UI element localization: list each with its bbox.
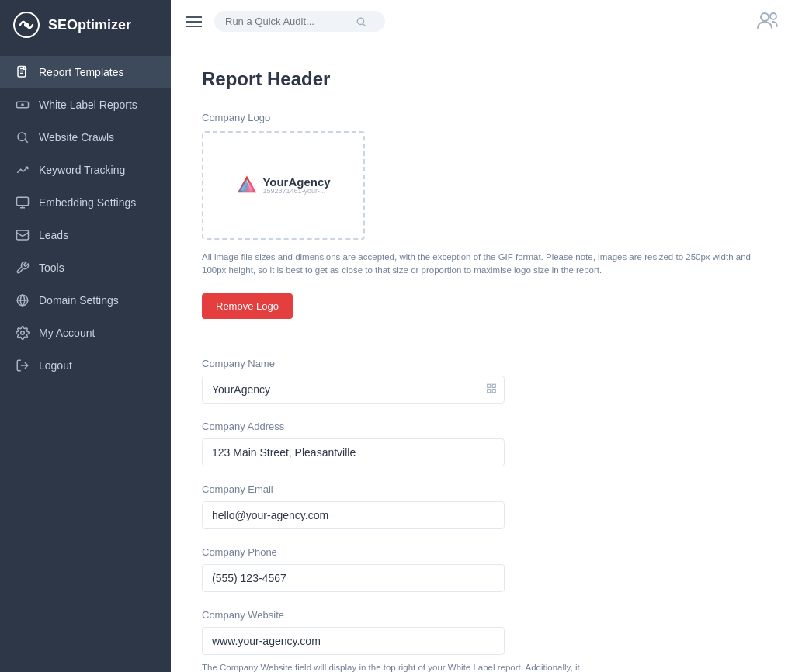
app-logo-icon xyxy=(12,11,40,39)
sidebar-item-domain-settings[interactable]: Domain Settings xyxy=(0,284,171,317)
tag-icon xyxy=(16,98,30,112)
svg-rect-6 xyxy=(17,230,29,240)
sidebar-item-report-templates[interactable]: Report Templates xyxy=(0,56,171,88)
chart-icon xyxy=(16,163,30,177)
main-content: Report Header Company Logo xyxy=(171,43,795,672)
logout-icon xyxy=(16,359,30,372)
user-group-icon xyxy=(756,9,779,31)
logo-preview: YourAgency 1592371461-your-... xyxy=(236,175,330,196)
company-address-section: Company Address xyxy=(202,421,764,466)
svg-point-11 xyxy=(761,13,769,21)
input-icon xyxy=(486,383,497,396)
search-icon xyxy=(356,16,366,27)
sidebar-item-website-crawls[interactable]: Website Crawls xyxy=(0,121,171,154)
hamburger-button[interactable] xyxy=(183,13,205,30)
sidebar-item-keyword-tracking[interactable]: Keyword Tracking xyxy=(0,154,171,186)
topbar-right xyxy=(753,6,783,37)
svg-point-8 xyxy=(21,331,25,335)
company-phone-label: Company Phone xyxy=(202,546,764,558)
company-phone-input[interactable] xyxy=(202,564,505,592)
tool-icon xyxy=(16,261,30,275)
company-address-label: Company Address xyxy=(202,421,764,432)
globe-icon xyxy=(16,293,30,307)
svg-point-1 xyxy=(24,23,29,27)
agency-logo-name: YourAgency 1592371461-your-... xyxy=(262,176,330,195)
settings-icon xyxy=(16,326,30,340)
svg-rect-5 xyxy=(17,197,29,206)
website-note: The Company Website field will display i… xyxy=(202,661,590,673)
company-website-input[interactable] xyxy=(202,627,505,655)
svg-rect-17 xyxy=(488,384,491,387)
remove-logo-button[interactable]: Remove Logo xyxy=(202,293,293,319)
hamburger-line xyxy=(186,16,202,18)
search-circle-icon xyxy=(16,130,30,144)
sidebar-item-my-account[interactable]: My Account xyxy=(0,317,171,349)
company-name-input-wrapper xyxy=(202,376,505,404)
svg-rect-19 xyxy=(488,389,491,392)
file-icon xyxy=(16,65,30,79)
hamburger-line xyxy=(186,21,202,23)
agency-logo-text-group: YourAgency 1592371461-your-... xyxy=(262,176,330,195)
sidebar: SEOptimizer Report Templates White Label… xyxy=(0,0,171,672)
search-bar xyxy=(214,11,385,32)
user-icon-button[interactable] xyxy=(753,6,783,37)
logo-hint: All image file sizes and dimensions are … xyxy=(202,251,764,278)
sidebar-item-tools[interactable]: Tools xyxy=(0,251,171,284)
company-logo-section: Company Logo YourAgency xyxy=(202,112,764,341)
company-name-input[interactable] xyxy=(202,376,505,404)
svg-point-4 xyxy=(18,133,26,141)
company-website-section: Company Website The Company Website fiel… xyxy=(202,609,764,673)
search-input[interactable] xyxy=(225,16,349,27)
sidebar-nav: Report Templates White Label Reports Web… xyxy=(0,50,171,672)
svg-point-10 xyxy=(357,18,363,24)
mail-icon xyxy=(16,228,30,242)
company-address-input[interactable] xyxy=(202,438,505,466)
company-email-section: Company Email xyxy=(202,483,764,529)
svg-point-12 xyxy=(770,13,776,19)
page-title: Report Header xyxy=(202,68,764,90)
company-name-section: Company Name xyxy=(202,358,764,404)
monitor-icon xyxy=(16,196,30,210)
sidebar-item-white-label-reports[interactable]: White Label Reports xyxy=(0,88,171,121)
company-website-label: Company Website xyxy=(202,609,764,621)
app-logo: SEOptimizer xyxy=(0,0,171,50)
agency-logo-sub: 1592371461-your-... xyxy=(262,188,330,195)
company-email-label: Company Email xyxy=(202,483,764,495)
logo-upload-area[interactable]: YourAgency 1592371461-your-... xyxy=(202,131,365,240)
sidebar-item-embedding-settings[interactable]: Embedding Settings xyxy=(0,186,171,219)
svg-rect-20 xyxy=(492,389,495,392)
app-name: SEOptimizer xyxy=(48,17,131,33)
main-wrapper: Report Header Company Logo xyxy=(171,0,795,672)
company-logo-label: Company Logo xyxy=(202,112,764,123)
agency-logo: YourAgency 1592371461-your-... xyxy=(236,175,330,196)
company-email-input[interactable] xyxy=(202,501,505,529)
company-name-label: Company Name xyxy=(202,358,764,369)
agency-logo-mark xyxy=(236,175,258,196)
svg-rect-18 xyxy=(492,384,495,387)
svg-point-3 xyxy=(22,104,23,106)
sidebar-item-logout[interactable]: Logout xyxy=(0,349,171,382)
topbar xyxy=(171,0,795,43)
hamburger-line xyxy=(186,26,202,27)
company-phone-section: Company Phone xyxy=(202,546,764,592)
sidebar-item-leads[interactable]: Leads xyxy=(0,219,171,251)
